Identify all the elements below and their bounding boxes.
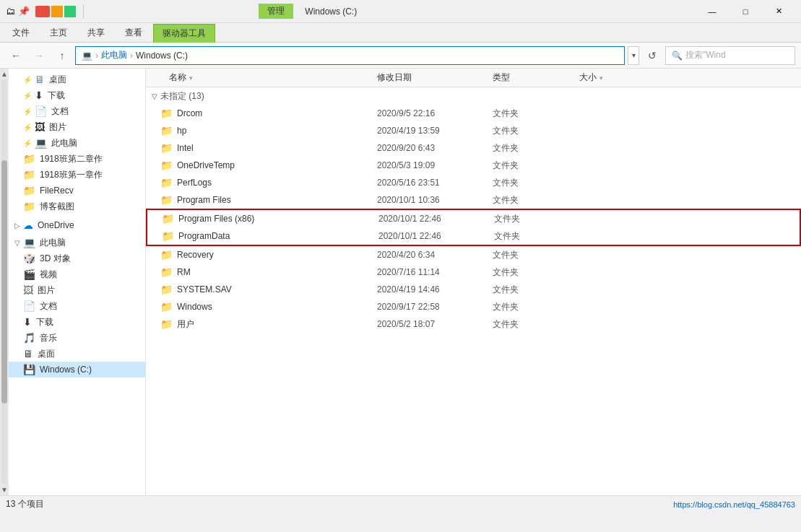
file-row[interactable]: 📁 Intel 2020/9/20 6:43 文件夹 <box>146 139 801 157</box>
back-button[interactable]: ← <box>6 45 26 66</box>
file-row[interactable]: 📁 Windows 2020/9/17 22:58 文件夹 <box>146 298 801 315</box>
folder1-icon: 📁 <box>23 153 35 165</box>
search-box[interactable]: 🔍 搜索"Wind <box>665 46 795 65</box>
sidebar-item-thispc[interactable]: ⚡ 💻 此电脑 <box>9 135 145 151</box>
col-date-label: 修改日期 <box>377 71 412 84</box>
sidebar-item-folder1[interactable]: 📁 1918班第二章作 <box>9 151 145 167</box>
group-label: 未指定 (13) <box>160 90 204 103</box>
tab-file[interactable]: 文件 <box>3 23 39 42</box>
search-icon: 🔍 <box>672 51 683 61</box>
tab-share[interactable]: 共享 <box>78 23 114 42</box>
download-icon: ⬇ <box>35 90 43 101</box>
col-header-type[interactable]: 类型 <box>493 71 579 84</box>
file-type: 文件夹 <box>493 318 579 331</box>
file-name: Program Files <box>177 195 231 205</box>
pin-icon[interactable]: 📌 <box>18 6 30 17</box>
file-row-programdata[interactable]: 📁 ProgramData 2020/10/1 22:46 文件夹 <box>147 227 800 245</box>
file-name: PerfLogs <box>177 178 212 188</box>
sidebar-folder2-label: 1918班第一章作 <box>40 169 103 181</box>
sidebar-winc-label: Windows (C:) <box>40 365 92 375</box>
tab-view[interactable]: 查看 <box>116 23 152 42</box>
sidebar-item-desktop[interactable]: ⚡ 🖥 桌面 <box>9 71 145 87</box>
window-title: Windows (C:) <box>305 6 357 17</box>
address-dropdown[interactable]: ▾ <box>628 46 639 65</box>
sidebar-item-pictures[interactable]: ⚡ 🖼 图片 <box>9 119 145 135</box>
thispc2-icon: 💻 <box>23 237 35 248</box>
pictures-icon: 🖼 <box>35 121 45 133</box>
sidebar-item-winc[interactable]: 💾 Windows (C:) <box>9 362 145 378</box>
breadcrumb-pc[interactable]: 此电脑 <box>101 49 127 61</box>
sidebar-music-label: 音乐 <box>40 332 57 344</box>
save-icon[interactable] <box>64 6 76 17</box>
forward-button[interactable]: → <box>29 45 49 66</box>
status-url: https://blog.csdn.net/qq_45884763 <box>673 500 795 509</box>
file-name: Drcom <box>177 108 202 118</box>
file-row[interactable]: 📁 hp 2020/4/19 13:59 文件夹 <box>146 122 801 139</box>
scroll-down-arrow[interactable]: ▼ <box>0 484 9 495</box>
file-row-recovery[interactable]: 📁 Recovery 2020/4/20 6:34 文件夹 <box>146 246 801 263</box>
sidebar-item-video[interactable]: 🎬 视频 <box>9 266 145 282</box>
col-header-name[interactable]: 名称 ▾ <box>146 71 377 84</box>
sidebar-item-desk2[interactable]: 🖥 桌面 <box>9 346 145 362</box>
sidebar-item-filerecv[interactable]: 📁 FileRecv <box>9 183 145 199</box>
file-row-programfiles-x86[interactable]: 📁 Program Files (x86) 2020/10/1 22:46 文件… <box>147 210 800 227</box>
col-header-size[interactable]: 大小 ▾ <box>579 71 651 84</box>
address-bar[interactable]: 💻 › 此电脑 › Windows (C:) <box>75 46 625 65</box>
ribbon: 文件 主页 共享 查看 驱动器工具 <box>0 23 801 43</box>
pin-icon3: ⚡ <box>23 108 32 115</box>
file-row[interactable]: 📁 Drcom 2020/9/5 22:16 文件夹 <box>146 105 801 122</box>
sidebar-item-dl2[interactable]: ⬇ 下载 <box>9 314 145 330</box>
sidebar-item-onedrive[interactable]: ▷ ☁ OneDrive <box>9 217 145 233</box>
sidebar-item-3d[interactable]: 🎲 3D 对象 <box>9 250 145 266</box>
file-date: 2020/4/20 6:34 <box>377 250 493 260</box>
file-row[interactable]: 📁 用户 2020/5/2 18:07 文件夹 <box>146 315 801 333</box>
folder-icon: 📁 <box>162 230 174 242</box>
file-row[interactable]: 📁 PerfLogs 2020/5/16 23:51 文件夹 <box>146 174 801 191</box>
file-name: Intel <box>177 143 194 153</box>
sidebar-item-docs2[interactable]: 📄 文档 <box>9 298 145 314</box>
sidebar-item-music[interactable]: 🎵 音乐 <box>9 330 145 346</box>
file-row[interactable]: 📁 OneDriveTemp 2020/5/3 19:09 文件夹 <box>146 157 801 174</box>
tab-drive-tools[interactable]: 驱动器工具 <box>153 24 215 43</box>
folder-icon: 📁 <box>160 318 173 330</box>
up-button[interactable]: ↑ <box>52 45 72 66</box>
file-row[interactable]: 📁 Program Files 2020/10/1 10:36 文件夹 <box>146 191 801 209</box>
file-type: 文件夹 <box>493 160 579 172</box>
file-row[interactable]: 📁 SYSTEM.SAV 2020/4/19 14:46 文件夹 <box>146 281 801 298</box>
sidebar-item-thispc2[interactable]: ▽ 💻 此电脑 <box>9 235 145 250</box>
scroll-up-arrow[interactable]: ▲ <box>0 69 9 79</box>
refresh-button[interactable]: ↺ <box>642 45 662 66</box>
folder-icon: 📁 <box>160 177 173 188</box>
manage-tab[interactable]: 管理 <box>259 4 293 19</box>
breadcrumb-sep2: › <box>130 51 133 61</box>
group-header[interactable]: ▽ 未指定 (13) <box>146 87 801 105</box>
desk2-icon: 🖥 <box>23 348 33 359</box>
col-header-date[interactable]: 修改日期 <box>377 71 493 84</box>
close-button[interactable]: ✕ <box>762 0 795 23</box>
file-row[interactable]: 📁 RM 2020/7/16 11:14 文件夹 <box>146 263 801 281</box>
sidebar-filerecv-label: FileRecv <box>40 186 74 196</box>
sidebar-item-folder2[interactable]: 📁 1918班第一章作 <box>9 167 145 183</box>
file-date: 2020/9/5 22:16 <box>377 108 493 118</box>
close-win-icon[interactable] <box>35 6 50 17</box>
sidebar-item-pic2[interactable]: 🖼 图片 <box>9 282 145 298</box>
col-type-label: 类型 <box>493 71 510 84</box>
folder-icon: 📁 <box>160 160 173 171</box>
3d-icon: 🎲 <box>23 253 35 264</box>
sort-icon: ▾ <box>189 74 193 82</box>
file-name: Recovery <box>177 250 214 260</box>
file-name: RM <box>177 267 191 277</box>
sidebar-item-download[interactable]: ⚡ ⬇ 下载 <box>9 87 145 103</box>
file-type: 文件夹 <box>493 194 579 206</box>
tab-home[interactable]: 主页 <box>40 23 77 42</box>
music-icon: 🎵 <box>23 332 35 344</box>
maximize-button[interactable]: □ <box>729 0 762 23</box>
undo-icon[interactable] <box>51 6 63 17</box>
minimize-button[interactable]: — <box>696 0 729 23</box>
sidebar-desk2-label: 桌面 <box>38 348 55 360</box>
file-list-header: 名称 ▾ 修改日期 类型 大小 ▾ <box>146 69 801 87</box>
file-area: 名称 ▾ 修改日期 类型 大小 ▾ ▽ 未指定 (13) <box>146 69 801 495</box>
sidebar-item-screenshots[interactable]: 📁 博客截图 <box>9 199 145 214</box>
sidebar-scroll[interactable]: ▲ ▼ <box>0 69 9 495</box>
sidebar-item-docs[interactable]: ⚡ 📄 文档 <box>9 103 145 119</box>
